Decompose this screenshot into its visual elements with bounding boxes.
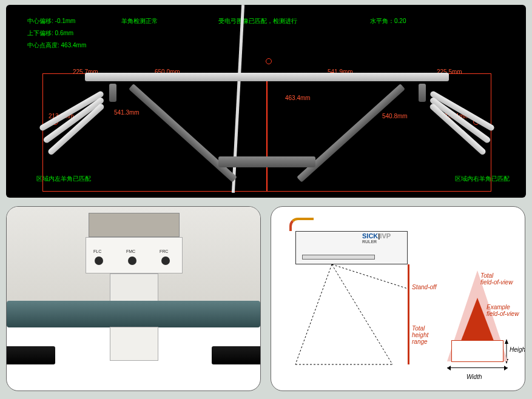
sensor-unit [86, 237, 183, 273]
svg-line-0 [295, 264, 332, 364]
object-rect [451, 340, 503, 362]
fov-diagram-panel: SICK|IVP RULER Stand-off Total height ra… [271, 206, 525, 391]
width-arrow [447, 367, 508, 374]
right-insulator [419, 84, 426, 102]
standoff-bar [408, 264, 409, 292]
port-flc [95, 256, 103, 265]
hardware-photo-panel: FLC FMC FRC [6, 206, 261, 391]
mounting-pipe [7, 301, 260, 327]
total-height-label: Total height range [412, 325, 428, 345]
level-label: 水平角：0.20 [370, 17, 406, 25]
port-frc-label: FRC [160, 249, 168, 253]
right-horn [431, 65, 503, 114]
vert-offset-label: 上下偏移: 0.6mm [27, 29, 73, 38]
right-arm [297, 84, 405, 183]
left-arm [129, 84, 237, 183]
upper-bracket [89, 213, 180, 237]
left-insulator [109, 84, 116, 102]
svg-line-3 [332, 264, 408, 289]
horn-status-label: 羊角检测正常 [121, 17, 158, 25]
collector-bar [85, 73, 449, 81]
base-beam [218, 156, 315, 167]
width-label: Width [466, 374, 482, 380]
height-range-bar [408, 292, 409, 364]
left-horn [30, 65, 103, 114]
svg-line-1 [332, 264, 392, 364]
pantograph-silhouette [36, 65, 497, 193]
right-light-bar [212, 346, 261, 364]
port-flc-label: FLC [93, 249, 101, 253]
panto-status-label: 受电弓图像已匹配，检测进行 [218, 17, 297, 25]
center-marker [266, 58, 272, 64]
port-frc [161, 256, 170, 265]
port-fmc-label: FMC [126, 249, 135, 253]
junction-box [110, 273, 158, 303]
total-fov-label: Total field-of-view [480, 272, 513, 286]
detection-display: 中心偏移: -0.1mm 羊角检测正常 受电弓图像已匹配，检测进行 水平角：0.… [6, 5, 526, 198]
height-label: Height [510, 346, 525, 353]
center-offset-label: 中心偏移: -0.1mm [27, 17, 75, 25]
lower-unit [110, 327, 158, 361]
left-light-bar [6, 346, 55, 364]
example-fov-label: Example field-of-view [487, 304, 519, 317]
standoff-label: Stand-off [412, 284, 437, 290]
port-fmc [128, 256, 136, 265]
center-height-label: 中心点高度: 463.4mm [27, 41, 86, 50]
